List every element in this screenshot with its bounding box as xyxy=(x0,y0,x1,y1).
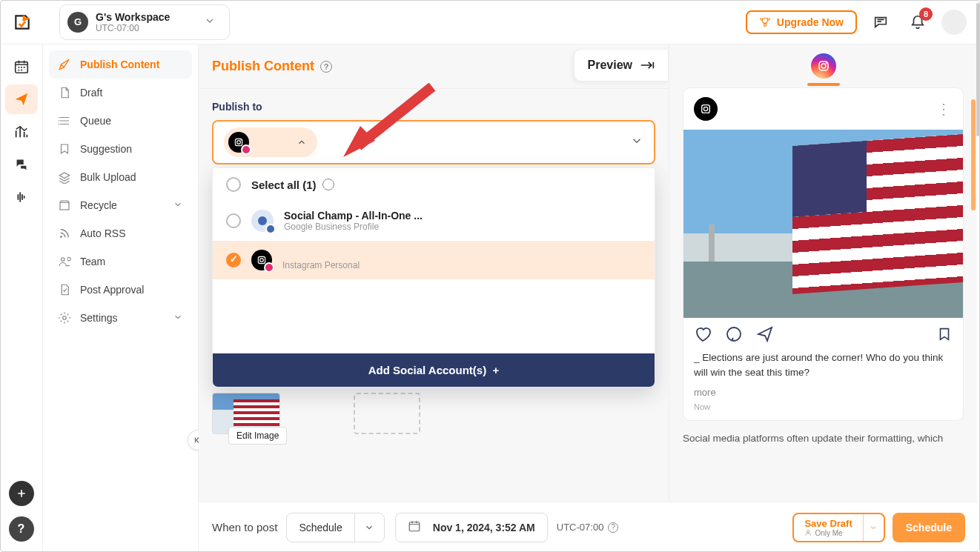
heart-icon[interactable] xyxy=(694,325,712,343)
rail-listening[interactable] xyxy=(5,182,38,212)
scrollbar[interactable] xyxy=(971,99,976,210)
account-name-redacted xyxy=(255,139,291,146)
post-mode-select[interactable]: Schedule xyxy=(286,513,384,542)
nav-team[interactable]: Team xyxy=(49,247,192,276)
media-area: Edit Image xyxy=(212,393,420,434)
instagram-tab[interactable] xyxy=(811,53,836,79)
nav-suggestion[interactable]: Suggestion xyxy=(49,135,192,163)
dropdown-account-gbp[interactable]: Social Champ - All-In-One ...Google Busi… xyxy=(213,201,655,241)
add-social-account-button[interactable]: Add Social Account(s) + xyxy=(213,353,655,387)
upgrade-label: Upgrade Now xyxy=(777,16,844,28)
edit-image-button[interactable]: Edit Image xyxy=(228,427,287,445)
svg-rect-17 xyxy=(702,105,710,113)
user-avatar[interactable] xyxy=(941,10,967,35)
checkbox-icon[interactable] xyxy=(226,177,241,192)
share-icon[interactable] xyxy=(756,325,774,343)
preview-more[interactable]: more xyxy=(683,387,963,402)
more-icon[interactable]: ⋮ xyxy=(936,100,953,118)
preview-label: Preview xyxy=(588,59,632,72)
dropdown-select-all[interactable]: Select all (1) xyxy=(213,168,655,201)
schedule-button[interactable]: Schedule xyxy=(893,513,965,542)
chevron-down-icon[interactable] xyxy=(863,514,884,541)
nav-label: Auto RSS xyxy=(80,227,125,239)
svg-rect-4 xyxy=(60,202,69,210)
instagram-icon xyxy=(251,250,272,270)
icon-rail: ? xyxy=(0,44,43,552)
help-icon[interactable]: ? xyxy=(608,522,618,533)
nav-label: Suggestion xyxy=(80,143,132,155)
comment-icon[interactable] xyxy=(725,325,743,343)
save-draft-label: Save Draft xyxy=(804,518,852,529)
bottom-bar: When to post Schedule Nov 1, 2024, 3:52 … xyxy=(199,502,979,552)
nav-label: Post Approval xyxy=(80,284,144,296)
schedule-datetime[interactable]: Nov 1, 2024, 3:52 AM xyxy=(395,513,548,542)
nav-draft[interactable]: Draft xyxy=(49,79,192,107)
nav-queue[interactable]: Queue xyxy=(49,107,192,135)
preview-time: Now xyxy=(683,402,963,420)
workspace-avatar: G xyxy=(67,12,88,33)
chat-icon[interactable] xyxy=(867,9,894,36)
preview-caption: _ Elections are just around the corner! … xyxy=(683,350,963,387)
chevron-down-icon xyxy=(173,312,183,325)
selected-account-pill[interactable] xyxy=(224,127,317,157)
nav-recycle[interactable]: Recycle xyxy=(49,191,192,219)
preview-toggle[interactable]: Preview xyxy=(574,49,669,82)
svg-point-7 xyxy=(63,316,67,320)
help-icon[interactable]: ? xyxy=(320,61,332,73)
select-all-label: Select all (1) xyxy=(251,179,317,191)
chevron-down-icon xyxy=(204,15,216,30)
svg-point-2 xyxy=(59,120,60,122)
rail-help[interactable]: ? xyxy=(9,516,34,542)
account-name: Social Champ - All-In-One ... xyxy=(284,210,423,222)
dropdown-account-ig[interactable]: Instagram Personal xyxy=(213,241,655,279)
svg-point-1 xyxy=(59,117,60,119)
svg-point-6 xyxy=(62,258,65,262)
nav-bulk-upload[interactable]: Bulk Upload xyxy=(49,163,192,191)
svg-rect-20 xyxy=(409,522,420,531)
nav-auto-rss[interactable]: Auto RSS xyxy=(49,219,192,247)
rail-publish[interactable] xyxy=(5,84,38,114)
workspace-tz: UTC-07:00 xyxy=(96,23,170,33)
account-dropdown: Select all (1) Social Champ - All-In-One… xyxy=(212,167,655,388)
rail-calendar[interactable] xyxy=(5,52,38,82)
save-draft-button[interactable]: Save DraftOnly Me xyxy=(792,513,884,542)
page-title: Publish Content xyxy=(212,59,314,74)
svg-point-21 xyxy=(807,531,810,533)
nav-label: Queue xyxy=(80,115,111,127)
account-sub: Instagram Personal xyxy=(282,260,360,270)
workspace-name: G's Workspace xyxy=(96,11,170,23)
gbp-avatar xyxy=(251,210,274,232)
nav-label: Recycle xyxy=(80,199,117,211)
svg-rect-12 xyxy=(258,256,265,263)
bookmark-icon[interactable] xyxy=(936,326,953,342)
preview-column: ⋮ _ Elections are just around the corner… xyxy=(669,44,977,502)
trophy-icon xyxy=(759,16,771,28)
workspace-selector[interactable]: G G's Workspace UTC-07:00 xyxy=(59,4,230,40)
nav-post-approval[interactable]: Post Approval xyxy=(49,276,192,304)
rail-add[interactable] xyxy=(9,481,34,506)
chevron-down-icon xyxy=(173,199,183,212)
mode-label: Schedule xyxy=(287,522,354,533)
chevron-down-icon[interactable] xyxy=(354,513,384,542)
add-media-button[interactable] xyxy=(354,393,420,434)
checkbox-icon[interactable] xyxy=(226,213,241,228)
svg-point-19 xyxy=(727,327,741,341)
calendar-icon xyxy=(408,519,421,535)
nav-publish-content[interactable]: Publish Content xyxy=(49,50,192,79)
bell-icon[interactable]: 8 xyxy=(904,9,931,36)
rail-analytics[interactable] xyxy=(5,117,38,147)
top-bar: G G's Workspace UTC-07:00 Upgrade Now 8 xyxy=(0,0,979,44)
svg-point-10 xyxy=(240,139,241,140)
svg-point-13 xyxy=(260,259,264,262)
checkbox-checked-icon[interactable] xyxy=(226,253,241,267)
nav-label: Publish Content xyxy=(80,59,159,70)
annotation-arrow xyxy=(332,83,436,167)
add-label: Add Social Account(s) xyxy=(368,364,486,376)
nav-settings[interactable]: Settings xyxy=(49,304,192,332)
rail-engage[interactable] xyxy=(5,150,38,179)
svg-point-15 xyxy=(821,64,826,68)
svg-point-5 xyxy=(60,236,62,238)
page-scrollbar[interactable] xyxy=(976,3,979,136)
info-icon[interactable] xyxy=(322,179,334,190)
upgrade-button[interactable]: Upgrade Now xyxy=(746,10,857,34)
